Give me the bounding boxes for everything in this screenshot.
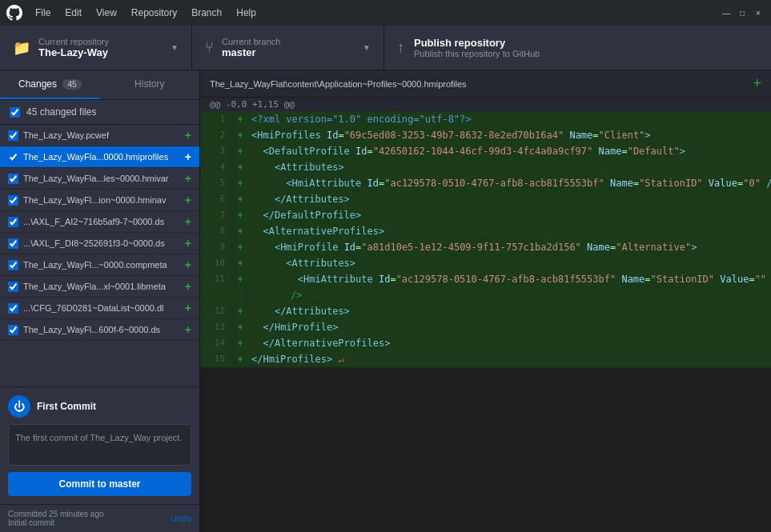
file-item[interactable]: The_Lazy_WayFl...ion~0000.hminav + xyxy=(0,190,199,211)
repo-text: Current repository The-Lazy-Way xyxy=(38,37,163,58)
commit-row: ⏻ xyxy=(8,395,191,418)
diff-line: 4 + <Attributes> xyxy=(200,159,771,175)
branch-name: master xyxy=(222,46,355,58)
diff-line: 13 + </HmiProfile> xyxy=(200,319,771,335)
branch-selector[interactable]: ⑂ Current branch master ▼ xyxy=(192,26,384,70)
file-status-icon: + xyxy=(185,323,191,336)
title-bar-left: File Edit View Repository Branch Help xyxy=(6,4,263,22)
undo-button[interactable]: Undo xyxy=(171,514,191,523)
diff-content[interactable]: @@ -0,0 +1,15 @@ 1 + <?xml version="1.0"… xyxy=(200,98,771,532)
diff-line: 5 + <HmiAttribute Id="ac129578-0510-4767… xyxy=(200,175,771,191)
file-status-icon: + xyxy=(185,302,191,314)
publish-text: Publish repository Publish this reposito… xyxy=(414,37,540,58)
file-name: The_Lazy_Way.pcwef xyxy=(23,130,185,140)
repo-selector[interactable]: 📁 Current repository The-Lazy-Way ▼ xyxy=(0,26,192,70)
commit-title-input[interactable] xyxy=(37,401,191,412)
file-name: ...\AXL_F_DI8~252691f3-0~0000.ds xyxy=(23,238,185,248)
file-status-icon: + xyxy=(185,129,191,142)
file-checkbox[interactable] xyxy=(8,174,18,184)
diff-line: 10 + <Attributes> xyxy=(200,255,771,271)
file-checkbox[interactable] xyxy=(8,130,18,141)
publish-button[interactable]: ↑ Publish repository Publish this reposi… xyxy=(384,26,771,70)
file-item[interactable]: ...\CFG_76D0281~DataList~0000.dl + xyxy=(0,298,199,319)
file-status-icon: + xyxy=(185,194,191,206)
diff-line: 8 + <AlternativeProfiles> xyxy=(200,223,771,239)
diff-line: 15 + </HmiProfiles> ↵ xyxy=(200,351,771,367)
changes-badge: 45 xyxy=(62,79,81,90)
repo-chevron-icon: ▼ xyxy=(171,43,179,52)
commit-button[interactable]: Commit to master xyxy=(8,472,191,496)
branch-chevron-icon: ▼ xyxy=(363,43,371,52)
diff-line: /> xyxy=(200,287,771,303)
sidebar: Changes 45 History 45 changed files The_… xyxy=(0,70,200,532)
file-status-icon: + xyxy=(185,280,191,293)
file-item[interactable]: The_Lazy_Way.pcwef + xyxy=(0,125,199,146)
select-all-checkbox[interactable] xyxy=(10,107,20,118)
diff-line: 1 + <?xml version="1.0" encoding="utf-8"… xyxy=(200,111,771,127)
maximize-button[interactable]: □ xyxy=(736,6,749,19)
committed-time: Committed 25 minutes ago xyxy=(8,510,104,518)
tab-history[interactable]: History xyxy=(100,70,200,99)
file-name: The_Lazy_WayFla...0000.hmiprofiles xyxy=(23,152,185,162)
file-status-icon: + xyxy=(185,150,191,163)
file-checkbox[interactable] xyxy=(8,217,18,227)
branch-icon: ⑂ xyxy=(205,39,214,56)
menu-bar[interactable]: File Edit View Repository Branch Help xyxy=(29,4,263,22)
changed-files-header: 45 changed files xyxy=(0,100,199,125)
file-item[interactable]: The_Lazy_WayFla...les~0000.hmivar + xyxy=(0,168,199,190)
diff-line: 11 + <HmiAttribute Id="ac129578-0510-476… xyxy=(200,271,771,287)
toolbar: 📁 Current repository The-Lazy-Way ▼ ⑂ Cu… xyxy=(0,26,771,70)
commit-desc-area[interactable]: The first commit of The_Lazy_Way project… xyxy=(8,424,191,466)
diff-line: 9 + <HmiProfile Id="a81d10e5-1e12-4509-9… xyxy=(200,239,771,255)
window-controls[interactable]: — □ × xyxy=(720,6,765,19)
file-checkbox[interactable] xyxy=(8,238,18,249)
repo-icon: 📁 xyxy=(13,39,30,57)
diff-line: 14 + </AlternativeProfiles> xyxy=(200,335,771,351)
minimize-button[interactable]: — xyxy=(720,6,733,19)
title-bar: File Edit View Repository Branch Help — … xyxy=(0,0,771,26)
file-name: The_Lazy_WayFl...600f-6~0000.ds xyxy=(23,325,185,334)
sidebar-tabs[interactable]: Changes 45 History xyxy=(0,70,199,100)
diff-area: The_Lazy_WayFlat\content\Application~Pro… xyxy=(200,70,771,532)
file-checkbox[interactable] xyxy=(8,195,18,206)
github-logo-icon xyxy=(6,5,22,21)
file-checkbox[interactable] xyxy=(8,260,18,270)
menu-file[interactable]: File xyxy=(29,4,57,22)
file-name: The_Lazy_WayFl...~0000.compmeta xyxy=(23,260,185,270)
file-checkbox[interactable] xyxy=(8,303,18,314)
file-status-icon: + xyxy=(185,215,191,228)
close-button[interactable]: × xyxy=(752,6,765,19)
publish-icon: ↑ xyxy=(397,39,404,56)
commit-footer: Committed 25 minutes ago Initial commit … xyxy=(0,504,199,532)
diff-header: The_Lazy_WayFlat\content\Application~Pro… xyxy=(200,70,771,98)
diff-line: 6 + </Attributes> xyxy=(200,191,771,207)
file-item[interactable]: The_Lazy_WayFla...0000.hmiprofiles + xyxy=(0,146,199,168)
tab-changes[interactable]: Changes 45 xyxy=(0,70,100,99)
file-status-icon: + xyxy=(185,237,191,250)
menu-view[interactable]: View xyxy=(90,4,123,22)
file-item[interactable]: ...\AXL_F_AI2~716b5af9-7~0000.ds + xyxy=(0,211,199,233)
diff-line: 3 + <DefaultProfile Id="42650162-1044-46… xyxy=(200,143,771,159)
branch-label: Current branch xyxy=(222,37,355,46)
diff-line: 7 + </DefaultProfile> xyxy=(200,207,771,223)
file-checkbox[interactable] xyxy=(8,325,18,335)
menu-repository[interactable]: Repository xyxy=(125,4,183,22)
diff-filepath: The_Lazy_WayFlat\content\Application~Pro… xyxy=(210,79,467,89)
file-status-icon: + xyxy=(185,258,191,271)
file-checkbox[interactable] xyxy=(8,282,18,292)
diff-add-icon[interactable]: + xyxy=(753,75,761,92)
file-item[interactable]: The_Lazy_WayFl...600f-6~0000.ds + xyxy=(0,319,199,341)
commit-avatar-icon: ⏻ xyxy=(8,395,30,418)
menu-edit[interactable]: Edit xyxy=(58,4,88,22)
main-content: Changes 45 History 45 changed files The_… xyxy=(0,70,771,532)
menu-help[interactable]: Help xyxy=(230,4,263,22)
diff-hunk-header: @@ -0,0 +1,15 @@ xyxy=(200,98,771,111)
file-item[interactable]: ...\AXL_F_DI8~252691f3-0~0000.ds + xyxy=(0,233,199,254)
file-checkbox[interactable] xyxy=(8,152,18,162)
menu-branch[interactable]: Branch xyxy=(185,4,228,22)
file-item[interactable]: The_Lazy_WayFla...xl~0001.libmeta + xyxy=(0,276,199,298)
diff-line: 12 + </Attributes> xyxy=(200,303,771,319)
repo-label: Current repository xyxy=(38,37,163,46)
publish-title: Publish repository xyxy=(414,37,540,49)
file-item[interactable]: The_Lazy_WayFl...~0000.compmeta + xyxy=(0,254,199,276)
